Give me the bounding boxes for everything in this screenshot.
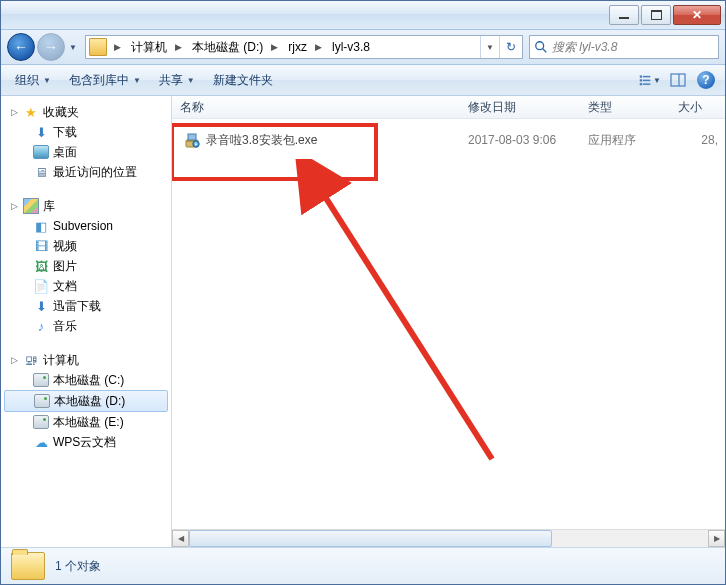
breadcrumb-computer[interactable]: 计算机 [125,36,171,58]
drive-c-label: 本地磁盘 (C:) [53,372,124,389]
file-list[interactable]: 录音啦3.8安装包.exe 2017-08-03 9:06 应用程序 28, [172,119,725,529]
cloud-icon: ☁ [33,434,49,450]
organize-menu[interactable]: 组织 ▼ [9,70,57,91]
column-header-size[interactable]: 大小 [670,99,725,116]
include-label: 包含到库中 [69,72,129,89]
drive-icon [33,415,49,429]
recent-places-node[interactable]: 🖥 最近访问的位置 [1,162,171,182]
maximize-icon [651,10,662,20]
view-mode-button[interactable]: ▼ [639,69,661,91]
expander-icon[interactable]: ▷ [9,107,19,117]
arrow-left-icon: ← [14,39,28,55]
drive-c-node[interactable]: 本地磁盘 (C:) [1,370,171,390]
documents-node[interactable]: 📄 文档 [1,276,171,296]
forward-button[interactable]: → [37,33,65,61]
close-button[interactable]: ✕ [673,5,721,25]
svg-rect-7 [643,83,651,85]
share-menu[interactable]: 共享 ▼ [153,70,201,91]
pictures-label: 图片 [53,258,77,275]
scroll-left-button[interactable]: ◀ [172,530,189,547]
column-header-type[interactable]: 类型 [580,99,670,116]
new-folder-label: 新建文件夹 [213,72,273,89]
address-dropdown[interactable]: ▼ [480,36,499,58]
svg-rect-2 [640,75,642,77]
column-header-modified[interactable]: 修改日期 [460,99,580,116]
video-icon: 🎞 [33,238,49,254]
file-date: 2017-08-03 9:06 [460,133,580,147]
scroll-right-button[interactable]: ▶ [708,530,725,547]
svn-label: Subversion [53,219,113,233]
chevron-right-icon[interactable]: ▶ [267,42,282,52]
body: ▷ ★ 收藏夹 ⬇ 下载 桌面 🖥 最近访问的位置 [1,96,725,547]
documents-icon: 📄 [33,278,49,294]
documents-label: 文档 [53,278,77,295]
desktop-node[interactable]: 桌面 [1,142,171,162]
column-header-name[interactable]: 名称 [172,99,460,116]
videos-node[interactable]: 🎞 视频 [1,236,171,256]
svg-rect-4 [640,79,642,81]
maximize-button[interactable] [641,5,671,25]
drive-e-node[interactable]: 本地磁盘 (E:) [1,412,171,432]
computer-icon: 🖳 [23,352,39,368]
xunlei-icon: ⬇ [33,298,49,314]
explorer-window: ✕ ← → ▼ ▶ 计算机 ▶ 本地磁盘 (D:) ▶ rjxz ▶ lyl-v… [0,0,726,585]
video-label: 视频 [53,238,77,255]
file-type: 应用程序 [580,132,670,149]
history-dropdown[interactable]: ▼ [67,38,79,56]
libraries-icon [23,198,39,214]
favorites-node[interactable]: ▷ ★ 收藏夹 [1,102,171,122]
wps-cloud-node[interactable]: ☁ WPS云文档 [1,432,171,452]
xunlei-node[interactable]: ⬇ 迅雷下载 [1,296,171,316]
preview-pane-button[interactable] [667,69,689,91]
help-button[interactable]: ? [695,69,717,91]
search-placeholder: 搜索 lyl-v3.8 [552,39,617,56]
favorites-label: 收藏夹 [43,104,79,121]
chevron-down-icon: ▼ [43,76,51,85]
file-size: 28, [670,133,725,147]
minimize-button[interactable] [609,5,639,25]
libraries-group: ▷ 库 ◧ Subversion 🎞 视频 🖼 图片 📄 [1,196,171,336]
libraries-label: 库 [43,198,55,215]
svg-point-0 [536,42,544,50]
horizontal-scrollbar[interactable]: ◀ ▶ [172,529,725,547]
new-folder-button[interactable]: 新建文件夹 [207,70,279,91]
svg-line-1 [543,49,547,53]
drive-e-label: 本地磁盘 (E:) [53,414,124,431]
chevron-right-icon[interactable]: ▶ [171,42,186,52]
back-button[interactable]: ← [7,33,35,61]
breadcrumb-drive[interactable]: 本地磁盘 (D:) [186,36,267,58]
computer-node[interactable]: ▷ 🖳 计算机 [1,350,171,370]
drive-d-node[interactable]: 本地磁盘 (D:) [4,390,168,412]
file-row[interactable]: 录音啦3.8安装包.exe 2017-08-03 9:06 应用程序 28, [172,129,725,151]
pictures-node[interactable]: 🖼 图片 [1,256,171,276]
svg-line-14 [317,184,492,459]
expander-icon[interactable]: ▷ [9,355,19,365]
expander-icon[interactable]: ▷ [9,201,19,211]
titlebar: ✕ [1,1,725,30]
search-box[interactable]: 搜索 lyl-v3.8 [529,35,719,59]
preview-pane-icon [670,72,686,88]
scroll-thumb[interactable] [189,530,552,547]
command-bar: 组织 ▼ 包含到库中 ▼ 共享 ▼ 新建文件夹 ▼ [1,65,725,96]
music-node[interactable]: ♪ 音乐 [1,316,171,336]
installer-icon [184,132,200,148]
svg-rect-6 [640,83,642,85]
breadcrumb-folder-rjxz[interactable]: rjxz [282,36,311,58]
scroll-track[interactable] [189,530,708,547]
refresh-button[interactable]: ↻ [499,36,522,58]
wps-label: WPS云文档 [53,434,116,451]
downloads-node[interactable]: ⬇ 下载 [1,122,171,142]
breadcrumb-folder-lyl[interactable]: lyl-v3.8 [326,36,374,58]
music-label: 音乐 [53,318,77,335]
chevron-right-icon[interactable]: ▶ [110,42,125,52]
chevron-right-icon[interactable]: ▶ [311,42,326,52]
status-item-count: 1 个对象 [55,558,101,575]
svg-rect-3 [643,76,651,78]
computer-group: ▷ 🖳 计算机 本地磁盘 (C:) 本地磁盘 (D:) 本地磁盘 (E:) [1,350,171,452]
include-in-library-menu[interactable]: 包含到库中 ▼ [63,70,147,91]
navigation-pane[interactable]: ▷ ★ 收藏夹 ⬇ 下载 桌面 🖥 最近访问的位置 [1,96,172,547]
subversion-node[interactable]: ◧ Subversion [1,216,171,236]
list-view-icon [639,72,651,88]
address-bar[interactable]: ▶ 计算机 ▶ 本地磁盘 (D:) ▶ rjxz ▶ lyl-v3.8 ▼ ↻ [85,35,523,59]
libraries-node[interactable]: ▷ 库 [1,196,171,216]
